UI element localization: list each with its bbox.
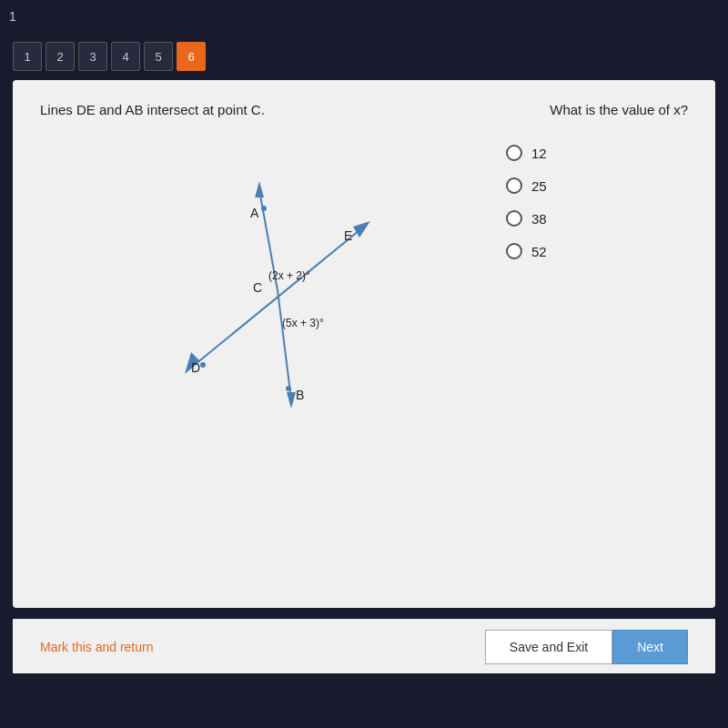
answer-option-25[interactable]: 25	[506, 177, 688, 194]
answer-label-52: 52	[531, 244, 547, 259]
svg-point-16	[286, 386, 291, 391]
radio-52[interactable]	[506, 243, 522, 259]
svg-point-14	[200, 362, 206, 368]
svg-point-8	[261, 206, 267, 211]
svg-marker-1	[255, 181, 264, 197]
answer-option-38[interactable]: 38	[506, 210, 688, 227]
main-content: Lines DE and AB intersect at point C. Wh…	[13, 80, 715, 608]
svg-text:A: A	[250, 206, 259, 220]
radio-25[interactable]	[506, 177, 522, 194]
nav-btn-4[interactable]: 4	[111, 42, 140, 71]
svg-text:C: C	[253, 280, 262, 295]
next-button[interactable]: Next	[612, 630, 688, 664]
diagram-area: A E C (2x + 2)° (5x + 3)° D	[40, 136, 488, 427]
nav-btn-5[interactable]: 5	[144, 42, 173, 71]
top-bar-number: 1	[9, 9, 16, 24]
footer-bar: Mark this and return Save and Exit Next	[13, 619, 715, 673]
problem-statement: Lines DE and AB intersect at point C.	[40, 102, 265, 117]
svg-text:D: D	[191, 360, 200, 375]
svg-text:E: E	[344, 228, 352, 243]
geometry-diagram: A E C (2x + 2)° (5x + 3)° D	[40, 136, 488, 427]
answer-option-12[interactable]: 12	[506, 145, 688, 161]
svg-text:B: B	[296, 388, 304, 402]
nav-btn-1[interactable]: 1	[13, 42, 42, 71]
question-text: What is the value of x?	[550, 102, 688, 117]
nav-btn-6[interactable]: 6	[177, 42, 206, 71]
svg-line-2	[278, 290, 291, 399]
radio-12[interactable]	[506, 145, 522, 161]
svg-line-4	[191, 227, 364, 368]
footer-buttons: Save and Exit Next	[485, 630, 688, 664]
answer-label-12: 12	[531, 146, 547, 161]
question-header: Lines DE and AB intersect at point C. Wh…	[40, 102, 688, 117]
answer-label-38: 38	[531, 211, 547, 227]
top-bar: 1	[0, 0, 728, 33]
answer-label-25: 25	[531, 178, 547, 194]
nav-btn-3[interactable]: 3	[78, 42, 107, 71]
svg-marker-5	[353, 221, 370, 238]
mark-return-link[interactable]: Mark this and return	[40, 640, 154, 654]
radio-38[interactable]	[506, 210, 522, 227]
svg-text:(5x + 3)°: (5x + 3)°	[282, 317, 324, 329]
svg-text:(2x + 2)°: (2x + 2)°	[268, 269, 310, 282]
save-exit-button[interactable]: Save and Exit	[485, 630, 612, 664]
question-nav: 1 2 3 4 5 6	[0, 33, 728, 80]
content-area: A E C (2x + 2)° (5x + 3)° D	[40, 136, 688, 427]
answer-option-52[interactable]: 52	[506, 243, 688, 259]
svg-marker-3	[287, 392, 296, 409]
nav-btn-2[interactable]: 2	[46, 42, 75, 71]
answers-area: 12 25 38 52	[506, 136, 688, 427]
